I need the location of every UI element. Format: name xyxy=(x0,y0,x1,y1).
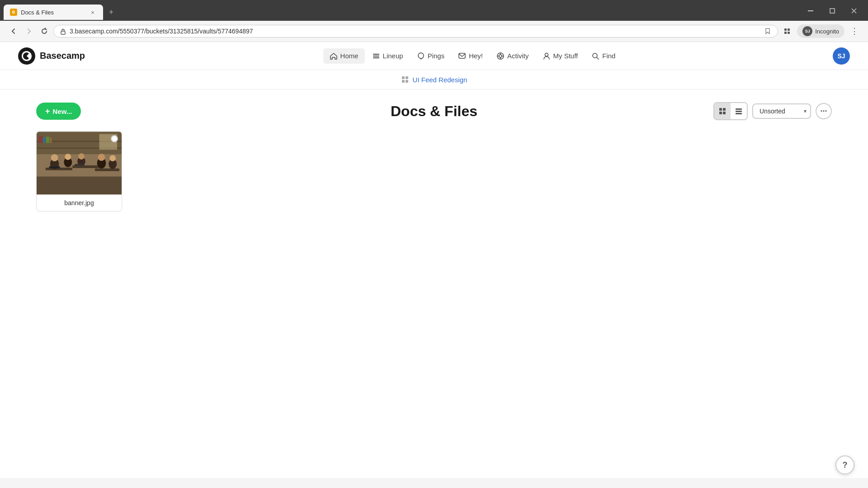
svg-rect-54 xyxy=(75,164,85,166)
svg-point-16 xyxy=(499,55,502,57)
file-grid: banner.jpg xyxy=(36,131,832,230)
svg-point-21 xyxy=(545,53,548,56)
browser-toolbar: SJ Incognito ⋮ xyxy=(0,21,868,42)
view-toggle xyxy=(713,102,748,120)
back-button[interactable] xyxy=(7,25,20,38)
bookmark-icon[interactable] xyxy=(764,28,771,35)
new-tab-button[interactable]: + xyxy=(105,6,118,19)
lock-icon xyxy=(60,28,66,35)
svg-rect-29 xyxy=(723,108,726,111)
new-button-plus-icon: + xyxy=(45,107,50,115)
svg-rect-32 xyxy=(736,108,742,110)
minimize-button[interactable] xyxy=(800,4,821,18)
svg-rect-34 xyxy=(736,113,742,114)
nav-item-hey[interactable]: Hey! xyxy=(452,48,489,64)
nav-label-lineup: Lineup xyxy=(383,52,403,60)
find-icon xyxy=(591,52,599,60)
svg-rect-25 xyxy=(406,76,408,79)
page-title: Docs & Files xyxy=(391,103,477,120)
svg-rect-24 xyxy=(402,76,405,79)
nav-label-home: Home xyxy=(340,52,359,60)
svg-rect-58 xyxy=(50,138,52,143)
file-card-preview xyxy=(37,131,122,195)
header-controls: Unsorted A–Z Z–A Newest first Oldest fir… xyxy=(713,102,832,120)
svg-rect-33 xyxy=(736,111,742,112)
more-options-icon: ··· xyxy=(820,107,827,116)
hey-icon xyxy=(458,52,466,60)
app-container: Basecamp Home Lineup xyxy=(0,42,868,478)
svg-rect-53 xyxy=(49,166,60,169)
svg-rect-1 xyxy=(830,9,835,13)
nav-item-lineup[interactable]: Lineup xyxy=(366,48,410,64)
svg-point-46 xyxy=(65,154,71,160)
grid-view-button[interactable] xyxy=(714,103,731,119)
top-nav: Basecamp Home Lineup xyxy=(0,42,868,70)
nav-items: Home Lineup Pings Hey! xyxy=(112,48,833,64)
svg-rect-8 xyxy=(784,32,787,34)
incognito-profile-button[interactable]: SJ Incognito xyxy=(797,24,844,38)
maximize-button[interactable] xyxy=(822,4,843,18)
tab-close-button[interactable]: × xyxy=(89,8,97,16)
reload-button[interactable] xyxy=(38,25,51,38)
main-content: + New... Docs & Files xyxy=(0,89,868,478)
logo[interactable]: Basecamp xyxy=(18,47,85,65)
window-controls xyxy=(800,4,868,21)
browser-chrome: B Docs & Files × + xyxy=(0,0,868,42)
svg-rect-37 xyxy=(37,177,122,195)
sort-dropdown[interactable]: Unsorted A–Z Z–A Newest first Oldest fir… xyxy=(752,103,811,119)
nav-item-mystuff[interactable]: My Stuff xyxy=(536,48,585,64)
tab-bar: B Docs & Files × + xyxy=(0,0,868,21)
nav-item-home[interactable]: Home xyxy=(323,48,365,64)
new-button-label: New... xyxy=(53,108,72,115)
nav-label-pings: Pings xyxy=(428,52,445,60)
tab-favicon: B xyxy=(10,9,17,16)
svg-rect-40 xyxy=(95,169,119,171)
sort-dropdown-wrapper: Unsorted A–Z Z–A Newest first Oldest fir… xyxy=(752,103,811,119)
browser-tab[interactable]: B Docs & Files × xyxy=(4,5,103,20)
close-window-button[interactable] xyxy=(844,4,864,18)
svg-rect-31 xyxy=(723,112,726,114)
breadcrumb-link[interactable]: UI Feed Redesign xyxy=(413,76,467,84)
svg-marker-5 xyxy=(766,28,769,34)
lineup-icon xyxy=(372,52,380,60)
svg-rect-13 xyxy=(373,57,379,58)
avatar-button[interactable]: SJ xyxy=(833,47,850,65)
incognito-label: Incognito xyxy=(815,28,839,35)
nav-item-activity[interactable]: Activity xyxy=(490,48,535,64)
svg-rect-7 xyxy=(788,28,790,31)
svg-rect-26 xyxy=(402,80,405,83)
svg-point-44 xyxy=(51,154,58,161)
more-options-button[interactable]: ··· xyxy=(816,103,832,119)
svg-rect-0 xyxy=(808,10,813,11)
list-view-button[interactable] xyxy=(731,103,747,119)
forward-button[interactable] xyxy=(23,25,35,38)
nav-item-find[interactable]: Find xyxy=(585,48,622,64)
incognito-avatar: SJ xyxy=(802,26,812,36)
svg-point-52 xyxy=(109,155,116,161)
svg-rect-14 xyxy=(459,53,465,58)
extensions-button[interactable] xyxy=(781,25,793,38)
svg-rect-30 xyxy=(719,112,722,114)
address-bar-container[interactable] xyxy=(53,25,778,38)
breadcrumb-project-icon xyxy=(401,75,409,84)
chrome-menu-button[interactable]: ⋮ xyxy=(848,25,861,38)
address-input[interactable] xyxy=(70,28,760,35)
file-card-name: banner.jpg xyxy=(37,195,122,211)
svg-rect-6 xyxy=(784,28,787,31)
svg-rect-55 xyxy=(39,136,42,143)
mystuff-icon xyxy=(542,52,551,60)
svg-rect-27 xyxy=(406,80,408,83)
svg-point-48 xyxy=(78,153,85,160)
new-button[interactable]: + New... xyxy=(36,103,81,120)
breadcrumb-bar: UI Feed Redesign xyxy=(0,70,868,89)
help-button[interactable]: ? xyxy=(835,455,854,474)
file-card-menu-indicator xyxy=(111,135,118,142)
svg-rect-11 xyxy=(373,54,379,55)
nav-item-pings[interactable]: Pings xyxy=(410,48,451,64)
logo-icon xyxy=(18,47,35,65)
tab-title: Docs & Files xyxy=(21,9,85,16)
svg-rect-28 xyxy=(719,108,722,111)
nav-label-find: Find xyxy=(602,52,615,60)
svg-rect-12 xyxy=(373,56,379,56)
file-card-banner[interactable]: banner.jpg xyxy=(36,131,122,211)
